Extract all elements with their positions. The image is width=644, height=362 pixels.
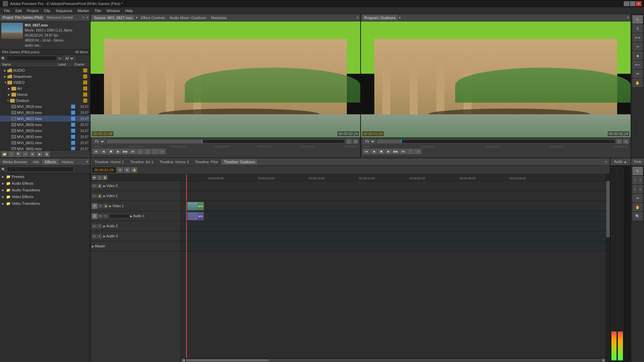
minimize-button[interactable]: ─ bbox=[624, 1, 629, 6]
tool-pen-btn[interactable]: ✏ bbox=[633, 194, 643, 202]
track-row-master[interactable] bbox=[181, 241, 606, 251]
search-in-select[interactable]: All bbox=[63, 56, 75, 61]
tab-effects[interactable]: Effects bbox=[42, 159, 59, 165]
program-go-start-button[interactable]: ⏮ bbox=[363, 149, 370, 154]
project-panel-tab[interactable]: Project: Film Games (Pilot) bbox=[1, 15, 44, 20]
program-panel-close[interactable]: ✕ bbox=[627, 16, 629, 19]
program-dropdown-icon[interactable]: ▼ bbox=[398, 16, 401, 19]
track-row-audio2[interactable] bbox=[181, 221, 606, 231]
list-item[interactable]: MVI_0827.mov 29.97 bbox=[0, 116, 90, 122]
icon-view-button[interactable]: ⊞ bbox=[30, 152, 36, 157]
program-fit-dropdown[interactable]: Fit bbox=[363, 139, 376, 144]
list-item[interactable]: ▶ Sequences bbox=[0, 73, 90, 79]
program-play-button[interactable]: ▶ bbox=[385, 149, 392, 154]
effect-category-video-effects[interactable]: ▶ 📁 Video Effects bbox=[0, 193, 90, 200]
source-safe-button[interactable]: ⊞ bbox=[353, 139, 358, 144]
list-item[interactable]: MVI_0829.mov 29.97 bbox=[0, 128, 90, 134]
program-monitor-tab[interactable]: Program: Outdoors bbox=[362, 15, 398, 20]
timeline-go-in-btn[interactable]: ⏮ bbox=[92, 175, 97, 180]
menu-sequence[interactable]: Sequence bbox=[53, 8, 75, 13]
source-stop-button[interactable]: ⏹ bbox=[107, 149, 114, 154]
tab-media-browser[interactable]: Media Browser bbox=[0, 159, 30, 165]
program-extract-button[interactable]: ↗ bbox=[415, 149, 421, 154]
panel-menu-icon[interactable]: ≡ bbox=[83, 16, 85, 19]
menu-clip[interactable]: Clip bbox=[41, 8, 53, 13]
source-panel-close[interactable]: ✕ bbox=[356, 16, 359, 19]
list-item[interactable]: MVI_0819.mov 29.97 bbox=[0, 110, 90, 116]
tool-slip[interactable]: ◈ bbox=[633, 52, 643, 60]
source-play-button[interactable]: ▶ bbox=[115, 149, 121, 154]
source-mark-in-button[interactable]: { bbox=[137, 149, 144, 154]
program-stop-button[interactable]: ⏹ bbox=[378, 149, 384, 154]
tool-selection-btn[interactable]: ↖ bbox=[633, 167, 643, 175]
track-solo-btn[interactable]: S bbox=[103, 214, 108, 218]
tool-rolling[interactable]: ⟷ bbox=[633, 34, 643, 42]
menu-window[interactable]: Window bbox=[104, 8, 122, 13]
menu-project[interactable]: Project bbox=[24, 8, 41, 13]
effects-search-input[interactable] bbox=[7, 167, 74, 172]
panel-close-icon[interactable]: ✕ bbox=[86, 16, 89, 19]
source-go-start-button[interactable]: ⏮ bbox=[93, 149, 99, 154]
tool-hand[interactable]: ✋ bbox=[633, 79, 643, 87]
list-item[interactable]: ▼ VIDEO bbox=[0, 79, 90, 85]
list-item[interactable]: MVI_0831.mov 29.97 bbox=[0, 140, 90, 146]
resource-central-tab[interactable]: Resource Central bbox=[45, 15, 74, 20]
source-fit-dropdown[interactable]: Fit bbox=[93, 139, 105, 144]
source-step-fwd-button[interactable]: ▶▶ bbox=[122, 149, 129, 154]
list-item[interactable]: MVI_0828.mov 29.97 bbox=[0, 122, 90, 128]
effect-category-video-transitions[interactable]: ▶ 📁 Video Transitions bbox=[0, 200, 90, 207]
track-lock-btn[interactable]: 🔒 bbox=[103, 204, 108, 208]
timeline-scroll-left-btn[interactable]: ◀ bbox=[182, 359, 185, 362]
program-step-fwd-button[interactable]: ▶▶ bbox=[392, 149, 399, 154]
timeline-tab-horror2[interactable]: Timeline: Horror 2 bbox=[157, 159, 192, 165]
track-visibility-btn[interactable]: 👁 bbox=[98, 204, 103, 208]
new-item-button[interactable]: + bbox=[8, 152, 14, 157]
track-row-video3[interactable] bbox=[181, 181, 606, 191]
track-solo-btn[interactable]: S bbox=[97, 234, 102, 238]
track-mute-btn[interactable]: M bbox=[98, 214, 103, 218]
effect-controls-tab[interactable]: Effect Controls bbox=[139, 15, 167, 20]
timeline-snap-btn[interactable]: 🔒 bbox=[131, 167, 137, 173]
list-view-button[interactable]: ≡ bbox=[22, 152, 29, 157]
source-insert-button[interactable]: ↓ bbox=[152, 149, 158, 154]
autoplay-button[interactable]: ▶ bbox=[37, 152, 43, 157]
timeline-h-scrollbar[interactable] bbox=[186, 359, 601, 362]
tool-btn-a[interactable]: ⟨ bbox=[633, 176, 637, 184]
timeline-timecode[interactable]: 00;00;01;09 bbox=[92, 167, 116, 173]
menu-edit[interactable]: Edit bbox=[13, 8, 24, 13]
timeline-add-tracks-btn[interactable]: ⊕ bbox=[117, 167, 123, 173]
metadata-tab[interactable]: Metadata bbox=[209, 15, 228, 20]
effect-category-audio-effects[interactable]: ▶ 📁 Audio Effects bbox=[0, 180, 90, 187]
timeline-tab-outdoors[interactable]: Timeline: Outdoors bbox=[221, 159, 258, 165]
video-clip[interactable]: MVI_0827. bbox=[187, 202, 204, 210]
source-timeline-bar[interactable] bbox=[107, 139, 345, 143]
source-go-end-button[interactable]: ⏭ bbox=[129, 149, 136, 154]
tool-pen[interactable]: ✏ bbox=[633, 70, 643, 78]
tab-info[interactable]: Info bbox=[30, 159, 42, 165]
timeline-mark-in-btn[interactable]: { bbox=[97, 175, 102, 180]
track-lock-btn[interactable]: 🔒 bbox=[97, 184, 102, 188]
timeline-scroll-right-btn[interactable]: ▶ bbox=[602, 359, 605, 362]
list-item[interactable]: MVI_0832.mov 29.97 bbox=[0, 146, 90, 150]
source-loop-button[interactable]: ↻ bbox=[346, 139, 352, 144]
track-row-video2[interactable] bbox=[181, 191, 606, 201]
source-step-back-button[interactable]: ◀ bbox=[100, 149, 107, 154]
track-visibility-btn[interactable]: 👁 bbox=[92, 194, 97, 198]
track-row-video1[interactable]: MVI_0827. bbox=[181, 201, 606, 211]
new-bin-button[interactable]: 📁 bbox=[1, 152, 7, 157]
timeline-lock-btn[interactable]: 🔒 bbox=[103, 175, 107, 180]
tool-selection[interactable]: ↖ bbox=[633, 15, 643, 23]
track-row-audio3[interactable] bbox=[181, 231, 606, 241]
maximize-button[interactable]: □ bbox=[630, 1, 635, 6]
effects-panel-close[interactable]: ✕ bbox=[85, 160, 90, 164]
program-safe-button[interactable]: ⊞ bbox=[623, 139, 629, 144]
tool-btn-b[interactable]: ⟩ bbox=[638, 176, 643, 184]
search-input[interactable] bbox=[7, 56, 57, 61]
tool-razor[interactable]: ✂ bbox=[633, 43, 643, 51]
menu-help[interactable]: Help bbox=[122, 8, 136, 13]
timeline-panel-menu[interactable]: ≡ bbox=[604, 160, 608, 164]
track-mute-btn[interactable]: M bbox=[92, 224, 97, 228]
menu-file[interactable]: File bbox=[1, 8, 13, 13]
menu-title[interactable]: Title bbox=[92, 8, 104, 13]
menu-marker[interactable]: Marker bbox=[75, 8, 92, 13]
